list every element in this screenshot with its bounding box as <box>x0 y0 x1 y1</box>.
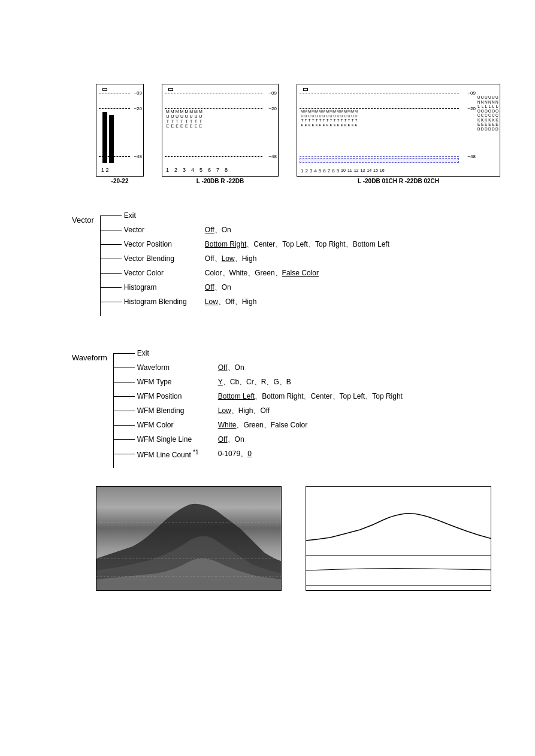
waveform-menu-title: Waveform <box>72 353 107 362</box>
waveform-menu-item-position: WFM Position Bottom Left、Bottom Right、Ce… <box>114 389 403 403</box>
wfm-color-label: WFM Color <box>137 421 218 429</box>
h-line <box>101 287 122 288</box>
channel-nums-1: 1 2 <box>101 167 109 173</box>
waveform-chart-box <box>306 486 491 591</box>
mute-labels-2: MUTE MUTE MUTE MUTE MUTE MUTE MUTE MUTE <box>166 110 202 129</box>
peak-indicator-2 <box>168 88 173 91</box>
vector-menu-item-blending: Vector Blending Off、Low、High <box>101 251 389 266</box>
histogram-blending-label: Histogram Blending <box>124 297 205 306</box>
wfm-line-count-values: 0-1079、0 <box>218 449 252 459</box>
level-48: −48 <box>134 154 142 159</box>
m2-level-09: −09 <box>268 90 277 96</box>
vector-color-label: Vector Color <box>124 269 205 277</box>
wfm-single-line-label: WFM Single Line <box>137 435 218 444</box>
m3-level-09: −09 <box>467 90 476 96</box>
waveform-menu-item-exit: Exit <box>114 346 403 360</box>
bottom-images-section <box>96 486 499 591</box>
h-line <box>114 353 135 354</box>
wfm-exit-label: Exit <box>137 349 149 357</box>
waveform-photo-box <box>96 486 282 591</box>
meter-1: −09 −20 −48 <box>96 84 144 184</box>
waveform-menu-item-single-line: WFM Single Line Off、On <box>114 432 403 447</box>
wfm-blending-label: WFM Blending <box>137 406 218 415</box>
waveform-menu: Waveform Exit Waveform Off、On <box>72 346 499 468</box>
h-line <box>101 259 122 259</box>
wfm-type-values: Y、Cb、Cr、R、G、B <box>218 377 291 387</box>
waveform-menu-item-waveform: Waveform Off、On <box>114 360 403 375</box>
vector-blending-values: Off、Low、High <box>205 254 257 264</box>
vector-menu-item-hist-blending: Histogram Blending Low、Off、High <box>101 294 389 309</box>
top-spacer <box>36 24 499 84</box>
h-line <box>114 425 135 426</box>
bar-ch1 <box>102 112 107 163</box>
wfm-type-label: WFM Type <box>137 378 218 386</box>
vector-menu: Vector Exit Vector Off、On <box>72 208 389 316</box>
h-line <box>114 382 135 382</box>
h-line <box>114 439 135 440</box>
waveform-menu-item-line-count: WFM Line Count *1 0-1079、0 <box>114 447 403 461</box>
meter2-label: L -20DB R -22DB <box>197 178 244 184</box>
h-line <box>101 273 122 274</box>
wfm-color-values: White、Green、False Color <box>218 420 307 430</box>
peak-indicator-1 <box>102 88 107 91</box>
vector-color-values: Color、White、Green、False Color <box>205 268 319 278</box>
level-09: −09 <box>134 90 142 96</box>
h-line <box>114 411 135 411</box>
page: −09 −20 −48 <box>0 0 535 756</box>
vector-menu-item-exit: Exit <box>101 208 389 223</box>
vector-menu-item-vector: Vector Off、On <box>101 223 389 237</box>
vector-menu-item-position: Vector Position Bottom Right、Center、Top … <box>101 237 389 251</box>
mute-labels-3: MUTE MUTE MUTE MUTE MUTE MUTE MUTE MUTE … <box>301 110 358 127</box>
histogram-values: Off、On <box>205 283 231 293</box>
vector-menu-item-histogram: Histogram Off、On <box>101 280 389 294</box>
vector-blending-label: Vector Blending <box>124 254 205 263</box>
meter3-label: L -20DB 01CH R -22DB 02CH <box>358 178 439 184</box>
h-line <box>114 454 135 454</box>
bar-ch2 <box>109 115 114 163</box>
waveform-menu-item-blending: WFM Blending Low、High、Off <box>114 403 403 418</box>
histogram-blending-values: Low、Off、High <box>205 297 256 307</box>
vector-position-label: Vector Position <box>124 240 205 248</box>
vector-menu-title: Vector <box>72 215 94 224</box>
vector-position-values: Bottom Right、Center、Top Left、Top Right、B… <box>205 239 389 250</box>
m3-level-48: −48 <box>467 154 476 159</box>
m3-level-20: −20 <box>467 106 476 111</box>
meter1-label: -20-22 <box>111 178 129 184</box>
waveform-menu-items: Exit Waveform Off、On WFM Type Y、Cb、Cr、R、… <box>114 346 403 461</box>
h-line <box>114 396 135 397</box>
h-line <box>101 230 122 230</box>
vector-values: Off、On <box>205 225 231 235</box>
wfm-waveform-values: Off、On <box>218 363 244 373</box>
meter-3: −09 −20 −48 UNLOCKED UNLOCKED UNLOCKED U… <box>297 84 500 184</box>
exit-label: Exit <box>124 211 136 220</box>
meters-section: −09 −20 −48 <box>96 84 499 184</box>
chart-svg <box>306 487 491 591</box>
wfm-line-count-label: WFM Line Count *1 <box>137 449 218 459</box>
histogram-label: Histogram <box>124 283 205 292</box>
photo-waveform-svg <box>96 487 282 591</box>
h-line <box>101 244 122 245</box>
vector-label: Vector <box>124 226 205 234</box>
m2-level-20: −20 <box>268 106 277 111</box>
wfm-position-label: WFM Position <box>137 392 218 400</box>
level-20: −20 <box>134 106 142 111</box>
menus-section: Vector Exit Vector Off、On <box>72 208 499 316</box>
waveform-menu-item-type: WFM Type Y、Cb、Cr、R、G、B <box>114 375 403 389</box>
channel-nums-3: 12345678910111213141516 <box>301 168 385 174</box>
meter-2: −09 −20 −48 MUTE MUTE MUTE MUTE MUTE MUT… <box>162 84 279 184</box>
h-line <box>101 215 122 216</box>
vector-menu-item-color: Vector Color Color、White、Green、False Col… <box>101 266 389 280</box>
m2-level-48: −48 <box>268 154 277 159</box>
peak-indicator-3 <box>303 88 308 91</box>
unlock-labels: UNLOCKED UNLOCKED UNLOCKED UNLOCKED UNLO… <box>477 95 498 131</box>
channel-nums-2: 12345678 <box>166 167 228 173</box>
wfm-waveform-label: Waveform <box>137 363 218 372</box>
wfm-single-line-values: Off、On <box>218 435 244 445</box>
h-line <box>114 368 135 368</box>
h-line <box>101 302 122 302</box>
vector-menu-items: Exit Vector Off、On Vector Position Botto… <box>101 208 389 309</box>
waveform-menu-item-color: WFM Color White、Green、False Color <box>114 418 403 432</box>
wfm-blending-values: Low、High、Off <box>218 406 270 416</box>
wfm-position-values: Bottom Left、Bottom Right、Center、Top Left… <box>218 391 403 402</box>
